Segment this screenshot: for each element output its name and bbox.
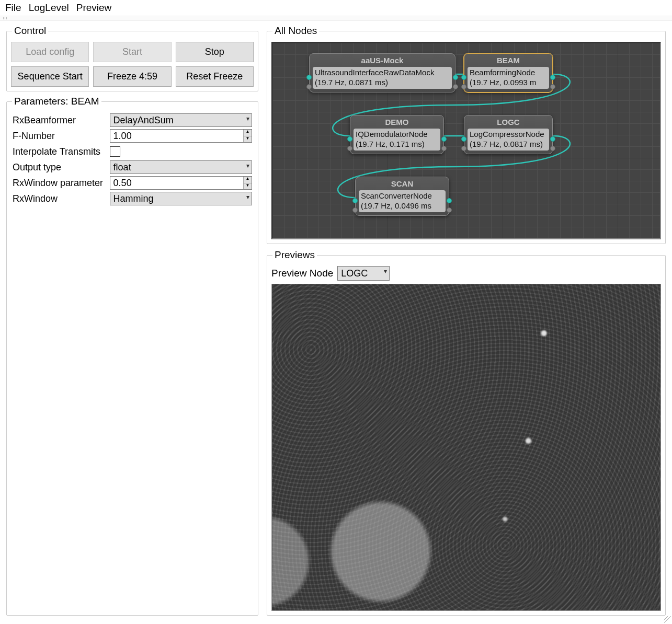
- preview-node-value: LOGC: [341, 268, 368, 279]
- node-body: LogCompressorNode(19.7 Hz, 0.0817 ms): [468, 129, 549, 151]
- toolbar-strip: [0, 16, 672, 21]
- node-body: UltrasoundInterfaceRawDataMock(19.7 Hz, …: [313, 67, 452, 89]
- port-out2-icon[interactable]: [447, 207, 452, 213]
- spin-up-icon[interactable]: ▲: [244, 177, 252, 183]
- menubar[interactable]: File LogLevel Preview: [0, 0, 672, 16]
- control-title: Control: [12, 25, 48, 37]
- spin-down-icon[interactable]: ▼: [244, 136, 252, 143]
- port-in2-icon[interactable]: [347, 146, 352, 151]
- param-value-text: Hamming: [113, 193, 154, 204]
- port-out2-icon[interactable]: [453, 84, 458, 89]
- preview-node-label: Preview Node: [271, 268, 333, 279]
- control-btn-load-config: Load config: [11, 42, 89, 62]
- control-btn-freeze-4-59[interactable]: Freeze 4:59: [93, 66, 171, 87]
- param-value-text: float: [113, 162, 131, 173]
- spin-down-icon[interactable]: ▼: [244, 183, 252, 190]
- node-title: SCAN: [359, 179, 446, 188]
- param-value-text: DelayAndSum: [113, 115, 174, 126]
- node-graph[interactable]: aaUS-MockUltrasoundInterfaceRawDataMock(…: [271, 42, 661, 239]
- control-btn-reset-freeze[interactable]: Reset Freeze: [176, 66, 254, 87]
- node-scan[interactable]: SCANScanConverterNode(19.7 Hz, 0.0496 ms: [355, 177, 449, 216]
- param-label-5: RxWindow: [11, 191, 108, 206]
- param-label-4: RxWindow parameter: [11, 175, 108, 191]
- port-in2-icon[interactable]: [461, 146, 466, 151]
- preview-node-select[interactable]: LOGC: [337, 266, 390, 281]
- menu-loglevel[interactable]: LogLevel: [29, 2, 69, 14]
- port-in2-icon[interactable]: [306, 84, 312, 89]
- parameters-group: Parameters: BEAM RxBeamformerDelayAndSum…: [6, 96, 258, 616]
- param-value-text: 1.00: [113, 131, 132, 142]
- previews-title: Previews: [272, 249, 317, 261]
- param-combo-output-type[interactable]: float: [110, 160, 252, 174]
- port-in2-icon[interactable]: [352, 207, 358, 213]
- node-aaus[interactable]: aaUS-MockUltrasoundInterfaceRawDataMock(…: [309, 53, 455, 93]
- node-line1: ScanConverterNode: [361, 191, 443, 201]
- param-spin-f-number[interactable]: 1.00▲▼: [110, 129, 252, 143]
- node-title: BEAM: [468, 56, 549, 65]
- param-combo-rxbeamformer[interactable]: DelayAndSum: [110, 113, 252, 127]
- param-label-0: RxBeamformer: [11, 112, 108, 128]
- node-body: BeamformingNode(19.7 Hz, 0.0993 m: [468, 67, 549, 89]
- menu-file[interactable]: File: [5, 2, 21, 14]
- preview-image: [271, 284, 661, 611]
- node-title: LOGC: [468, 118, 549, 126]
- port-out-icon[interactable]: [447, 198, 452, 203]
- node-line1: LogCompressorNode: [470, 130, 547, 140]
- allnodes-group: All Nodes aaUS-MockUltrasoundInterfaceRa…: [267, 25, 666, 244]
- port-out-icon[interactable]: [441, 136, 447, 142]
- node-beam[interactable]: BEAMBeamformingNode(19.7 Hz, 0.0993 m: [464, 53, 553, 93]
- param-value-text: 0.50: [113, 178, 132, 189]
- node-line2: (19.7 Hz, 0.0871 ms): [315, 78, 450, 88]
- spin-up-icon[interactable]: ▲: [244, 130, 252, 136]
- port-in-icon[interactable]: [347, 136, 352, 142]
- port-out2-icon[interactable]: [550, 146, 555, 151]
- node-demo[interactable]: DEMOIQDemodulatorNode(19.7 Hz, 0.171 ms): [350, 115, 444, 154]
- node-line2: (19.7 Hz, 0.0993 m: [470, 78, 547, 88]
- node-logc[interactable]: LOGCLogCompressorNode(19.7 Hz, 0.0817 ms…: [464, 115, 553, 154]
- port-out2-icon[interactable]: [550, 84, 555, 89]
- port-in-icon[interactable]: [461, 75, 466, 80]
- port-out-icon[interactable]: [453, 75, 458, 80]
- param-label-1: F-Number: [11, 128, 108, 144]
- port-out-icon[interactable]: [550, 136, 555, 142]
- control-group: Control Load configStartStopSequence Sta…: [6, 25, 258, 91]
- menu-preview[interactable]: Preview: [76, 2, 112, 14]
- param-check-interpolate-transmits[interactable]: [110, 146, 120, 157]
- node-line2: (19.7 Hz, 0.171 ms): [356, 140, 438, 149]
- node-body: IQDemodulatorNode(19.7 Hz, 0.171 ms): [354, 129, 440, 151]
- node-line1: UltrasoundInterfaceRawDataMock: [315, 68, 450, 78]
- port-out-icon[interactable]: [550, 75, 555, 80]
- port-out2-icon[interactable]: [441, 146, 447, 151]
- node-line2: (19.7 Hz, 0.0496 ms: [361, 201, 443, 211]
- node-line1: IQDemodulatorNode: [356, 130, 438, 140]
- node-body: ScanConverterNode(19.7 Hz, 0.0496 ms: [359, 190, 446, 212]
- port-in-icon[interactable]: [352, 198, 358, 203]
- previews-group: Previews Preview Node LOGC: [267, 249, 666, 616]
- port-in-icon[interactable]: [306, 75, 312, 80]
- control-btn-start: Start: [93, 42, 171, 62]
- node-line2: (19.7 Hz, 0.0817 ms): [470, 140, 547, 149]
- param-label-3: Output type: [11, 159, 108, 175]
- param-spin-rxwindow-parameter[interactable]: 0.50▲▼: [110, 176, 252, 190]
- allnodes-title: All Nodes: [272, 25, 319, 37]
- node-title: aaUS-Mock: [313, 56, 452, 65]
- control-btn-stop[interactable]: Stop: [176, 42, 254, 62]
- control-btn-sequence-start[interactable]: Sequence Start: [11, 66, 89, 87]
- node-line1: BeamformingNode: [470, 68, 547, 78]
- param-combo-rxwindow[interactable]: Hamming: [110, 192, 252, 205]
- port-in2-icon[interactable]: [461, 84, 466, 89]
- parameters-title: Parameters: BEAM: [12, 96, 101, 107]
- param-label-2: Interpolate Transmits: [11, 144, 108, 159]
- node-title: DEMO: [354, 118, 440, 126]
- port-in-icon[interactable]: [461, 136, 466, 142]
- resize-grip[interactable]: [664, 616, 671, 623]
